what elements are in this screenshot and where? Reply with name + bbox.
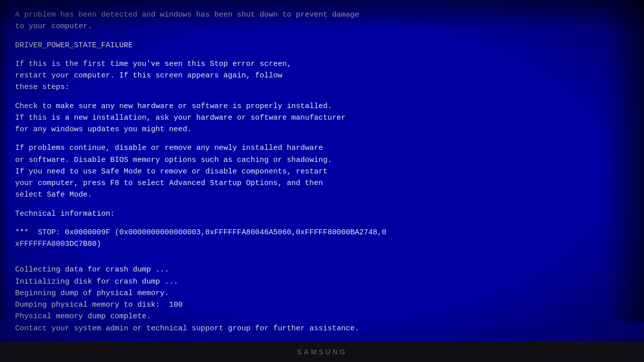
- bsod-crash-line6: Contact your system admin or technical s…: [15, 323, 629, 334]
- bsod-para3: If problems continue, disable or remove …: [15, 142, 629, 201]
- bsod-crash-line5: Physical memory dump complete.: [15, 311, 629, 322]
- left-vignette: [0, 0, 10, 322]
- bsod-crash-line3: Beginning dump of physical memory.: [15, 288, 629, 299]
- bsod-tech-header: Technical information:: [15, 208, 629, 220]
- bsod-screen: A problem has been detected and windows …: [0, 0, 644, 342]
- bsod-para1: If this is the first time you've seen th…: [15, 58, 629, 94]
- bsod-content: A problem has been detected and windows …: [15, 9, 629, 334]
- screen-wrapper: A problem has been detected and windows …: [0, 0, 644, 362]
- bsod-crash-line2: Initializing disk for crash dump ...: [15, 276, 629, 288]
- monitor-bottom-bar: SAMSUNG: [0, 342, 644, 362]
- bsod-crash-line4: Dumping physical memory to disk: 100: [15, 299, 629, 311]
- bsod-line-partial1: A problem has been detected and windows …: [15, 9, 629, 33]
- bsod-stop-line2: xFFFFFFA8003DC7B80): [15, 238, 629, 250]
- bsod-stop-line1: *** STOP: 0x0000009F (0x0000000000000003…: [15, 227, 629, 238]
- bsod-crash-line1: Collecting data for crash dump ...: [15, 264, 629, 276]
- bsod-para2: Check to make sure any new hardware or s…: [15, 101, 629, 136]
- samsung-logo: SAMSUNG: [297, 348, 347, 356]
- bsod-error-code: DRIVER_POWER_STATE_FAILURE: [15, 40, 629, 51]
